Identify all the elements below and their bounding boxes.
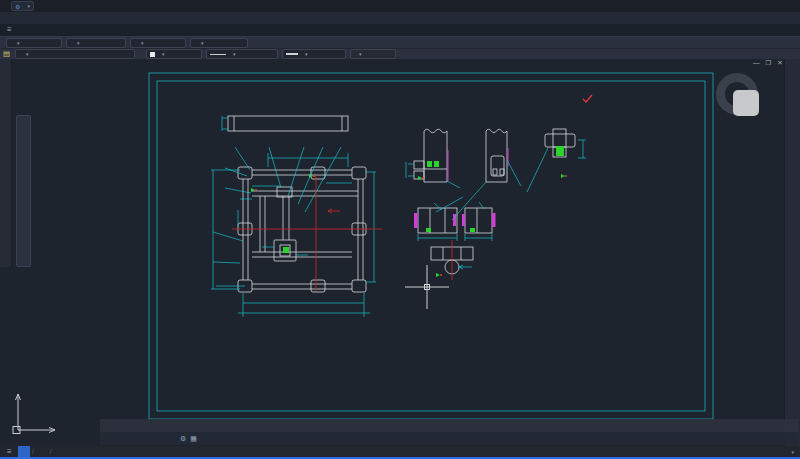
workspace-selector[interactable]: ⚙ ▾	[11, 1, 34, 11]
layer-combo[interactable]: ▾	[15, 49, 135, 59]
units-selector[interactable]: ▾	[786, 448, 796, 455]
magenta-accents	[414, 148, 508, 228]
document-tab-bar: ≡	[0, 24, 800, 36]
tab-layout1[interactable]	[36, 446, 48, 457]
drawing-area[interactable]: — ❐ ✕ ⚙ ▦	[0, 59, 800, 446]
text-style-combo[interactable]: ▾	[6, 38, 62, 48]
table-style-combo[interactable]: ▾	[130, 38, 186, 48]
new-layout-button[interactable]	[54, 446, 66, 457]
section-views	[414, 129, 575, 274]
zwcad-window: ⚙ ▾ ≡ ▾ ▾ ▾	[0, 0, 800, 459]
mdi-close-button[interactable]: ✕	[777, 59, 782, 67]
draw-toolbar	[0, 59, 12, 267]
chevron-down-icon: ▾	[305, 51, 308, 57]
menu-bar	[0, 12, 800, 24]
ucs-icon	[13, 394, 55, 434]
mdi-window-controls: — ❐ ✕	[753, 59, 783, 67]
plot-style-combo: ▾	[350, 49, 396, 59]
layout-menu-icon[interactable]: ≡	[3, 447, 16, 456]
properties-toolbar: ▤ ▾ ▾ ▾ ▾ ▾	[0, 48, 800, 59]
chevron-down-icon: ▾	[201, 40, 204, 46]
chevron-down-icon: ▾	[233, 51, 236, 57]
mleader-style-combo[interactable]: ▾	[190, 38, 248, 48]
command-window: ⚙ ▦	[100, 419, 798, 445]
leader-lines	[213, 140, 586, 286]
crosshair-cursor	[405, 265, 449, 309]
color-combo[interactable]: ▾	[146, 49, 202, 59]
command-input[interactable]	[201, 434, 792, 443]
color-swatch	[150, 52, 155, 57]
lineweight-sample	[286, 53, 298, 55]
command-history	[100, 419, 798, 432]
chevron-down-icon: ▾	[162, 51, 165, 57]
command-input-row: ⚙ ▦	[100, 432, 798, 445]
linetype-combo[interactable]: ▾	[206, 49, 278, 59]
chevron-down-icon: ▾	[141, 40, 144, 46]
layer-properties-icon[interactable]: ▤	[2, 49, 11, 59]
command-prompt-icon: ▦	[190, 435, 197, 443]
chevron-down-icon: ▾	[359, 51, 362, 57]
cad-canvas[interactable]	[0, 59, 800, 446]
tab-separator: /	[32, 448, 34, 455]
workspace-icon: ⚙	[15, 3, 20, 10]
right-toolbar	[784, 59, 800, 446]
chevron-down-icon: ▾	[27, 3, 30, 9]
status-bar: ≡ / / ▾	[0, 446, 800, 457]
linetype-sample	[210, 54, 226, 55]
chevron-down-icon: ▾	[77, 40, 80, 46]
mdi-minimize-button[interactable]: —	[753, 59, 760, 67]
dimension-lines	[211, 116, 376, 317]
tab-menu-icon[interactable]: ≡	[2, 24, 17, 36]
lineweight-combo[interactable]: ▾	[282, 49, 346, 59]
chevron-down-icon: ▾	[791, 449, 794, 455]
title-bar: ⚙ ▾	[0, 0, 800, 12]
dim-style-combo[interactable]: ▾	[66, 38, 126, 48]
command-settings-icon[interactable]: ⚙	[180, 435, 186, 443]
chevron-down-icon: ▾	[17, 40, 20, 46]
chevron-down-icon: ▾	[26, 51, 29, 57]
standard-toolbar: ▾ ▾ ▾ ▾	[0, 36, 800, 48]
mdi-restore-button[interactable]: ❐	[766, 59, 772, 67]
tab-separator: /	[50, 448, 52, 455]
side-view-bar	[228, 116, 348, 131]
tab-model[interactable]	[18, 446, 30, 457]
status-toggles: ▾	[785, 448, 797, 455]
plan-view	[234, 116, 366, 292]
view-compass[interactable]	[716, 73, 776, 133]
modify-toolbar	[16, 115, 31, 267]
approval-check-icon	[583, 95, 592, 102]
compass-top-face[interactable]	[733, 90, 759, 116]
